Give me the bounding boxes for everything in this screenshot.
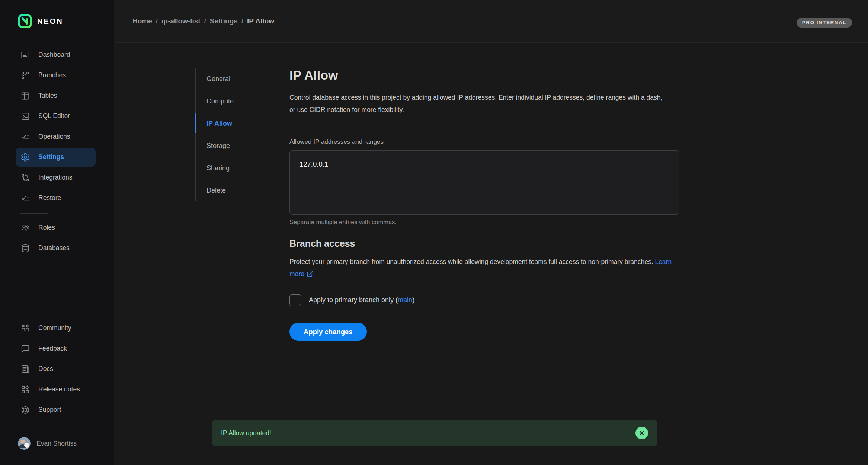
branch-access-text: Protect your primary branch from unautho…: [289, 258, 653, 265]
breadcrumb-current: IP Allow: [247, 17, 274, 25]
community-icon: [20, 323, 30, 333]
neon-logo[interactable]: NEON: [18, 14, 63, 28]
sql-editor-icon: [20, 112, 30, 121]
subnav-item-sharing[interactable]: Sharing: [196, 157, 277, 179]
sidebar-item-label: Community: [38, 324, 71, 332]
close-icon: [639, 430, 645, 436]
breadcrumb-project[interactable]: ip-allow-list: [161, 17, 201, 25]
sidebar-item-label: Support: [38, 406, 61, 414]
feedback-icon: [20, 344, 30, 353]
sidebar-divider: [20, 213, 48, 214]
sidebar-item-label: Roles: [38, 224, 55, 232]
toast-message: IP Allow updated!: [221, 429, 271, 437]
plan-badge: PRO INTERNAL: [797, 18, 852, 28]
apply-changes-button[interactable]: Apply changes: [289, 323, 367, 341]
roles-icon: [20, 223, 30, 233]
sidebar-item-label: Branches: [38, 71, 66, 79]
sidebar-item-community[interactable]: Community: [0, 318, 114, 338]
sidebar-item-databases[interactable]: Databases: [0, 238, 114, 258]
main-content: IP Allow Control database access in this…: [289, 43, 684, 341]
external-link-icon: [307, 270, 314, 277]
dashboard-icon: [20, 50, 30, 60]
toast-close-button[interactable]: [635, 427, 648, 439]
checkbox-label-suffix: ): [412, 296, 414, 304]
sidebar-divider: [20, 426, 48, 426]
success-toast: IP Allow updated!: [212, 420, 657, 446]
sidebar-item-docs[interactable]: Docs: [0, 359, 114, 379]
breadcrumb-separator: /: [204, 17, 206, 25]
ip-field-label: Allowed IP addresses and ranges: [289, 138, 684, 146]
user-name: Evan Shortiss: [36, 440, 77, 448]
sidebar-main-nav: Dashboard Branches Tables SQL Editor Ope…: [0, 45, 114, 208]
sidebar-item-dashboard[interactable]: Dashboard: [0, 45, 114, 65]
settings-subnav: General Compute IP Allow Storage Sharing…: [195, 68, 277, 201]
sidebar: NEON Dashboard Branches Tables SQL Edito…: [0, 0, 114, 465]
sidebar-item-integrations[interactable]: Integrations: [0, 167, 114, 188]
subnav-item-storage[interactable]: Storage: [196, 135, 277, 157]
sidebar-item-label: Docs: [38, 365, 53, 373]
sidebar-item-label: Databases: [38, 244, 70, 252]
sidebar-item-roles[interactable]: Roles: [0, 217, 114, 238]
ip-addresses-input[interactable]: [289, 150, 679, 215]
breadcrumb-separator: /: [241, 17, 243, 25]
ip-field-helper: Separate multiple entries with commas.: [289, 219, 684, 226]
branches-icon: [20, 71, 30, 80]
sidebar-item-restore[interactable]: Restore: [0, 188, 114, 208]
sidebar-item-label: Dashboard: [38, 51, 70, 59]
subnav-item-ip-allow[interactable]: IP Allow: [196, 112, 277, 135]
breadcrumb-settings[interactable]: Settings: [210, 17, 238, 25]
databases-icon: [20, 243, 30, 253]
top-header: Home / ip-allow-list / Settings / IP All…: [115, 0, 868, 43]
subnav-item-delete[interactable]: Delete: [196, 179, 277, 201]
branch-access-title: Branch access: [289, 238, 684, 249]
primary-branch-label: Apply to primary branch only (main): [309, 296, 414, 304]
integrations-icon: [20, 173, 30, 183]
support-icon: [20, 405, 30, 415]
breadcrumb: Home / ip-allow-list / Settings / IP All…: [132, 17, 274, 25]
sidebar-item-label: Settings: [38, 153, 64, 161]
sidebar-item-operations[interactable]: Operations: [0, 126, 114, 147]
checkbox-label-prefix: Apply to primary branch only (: [309, 296, 398, 304]
sidebar-mid-nav: Roles Databases: [0, 217, 114, 258]
sidebar-item-label: Restore: [38, 194, 61, 202]
sidebar-item-support[interactable]: Support: [0, 400, 114, 420]
page-title: IP Allow: [289, 68, 684, 83]
neon-logo-icon: [18, 14, 32, 28]
docs-icon: [20, 364, 30, 374]
release-notes-icon: [20, 385, 30, 394]
gear-icon: [20, 152, 30, 162]
sidebar-item-branches[interactable]: Branches: [0, 65, 114, 85]
avatar: [18, 437, 31, 450]
primary-branch-row: Apply to primary branch only (main): [289, 294, 684, 306]
tables-icon: [20, 91, 30, 101]
breadcrumb-separator: /: [156, 17, 158, 25]
user-menu[interactable]: Evan Shortiss: [18, 437, 77, 450]
brand-name: NEON: [37, 17, 63, 26]
primary-branch-checkbox[interactable]: [289, 294, 301, 306]
sidebar-item-label: Integrations: [38, 174, 72, 181]
operations-icon: [20, 132, 30, 142]
subnav-item-compute[interactable]: Compute: [196, 90, 277, 112]
page-description: Control database access in this project …: [289, 91, 665, 116]
sidebar-item-release-notes[interactable]: Release notes: [0, 379, 114, 400]
sidebar-item-feedback[interactable]: Feedback: [0, 338, 114, 359]
restore-icon: [20, 193, 30, 203]
main-branch-link[interactable]: main: [398, 296, 412, 304]
breadcrumb-home[interactable]: Home: [132, 17, 152, 25]
sidebar-footer-nav: Community Feedback Docs Release notes Su…: [0, 318, 114, 420]
branch-access-description: Protect your primary branch from unautho…: [289, 256, 676, 280]
sidebar-item-settings[interactable]: Settings: [0, 147, 114, 167]
sidebar-item-label: Tables: [38, 92, 57, 100]
sidebar-item-label: Feedback: [38, 345, 67, 352]
sidebar-item-label: Release notes: [38, 385, 80, 393]
sidebar-item-label: Operations: [38, 133, 70, 141]
subnav-item-general[interactable]: General: [196, 68, 277, 90]
sidebar-item-sql-editor[interactable]: SQL Editor: [0, 106, 114, 126]
sidebar-item-tables[interactable]: Tables: [0, 85, 114, 106]
sidebar-item-label: SQL Editor: [38, 112, 70, 120]
